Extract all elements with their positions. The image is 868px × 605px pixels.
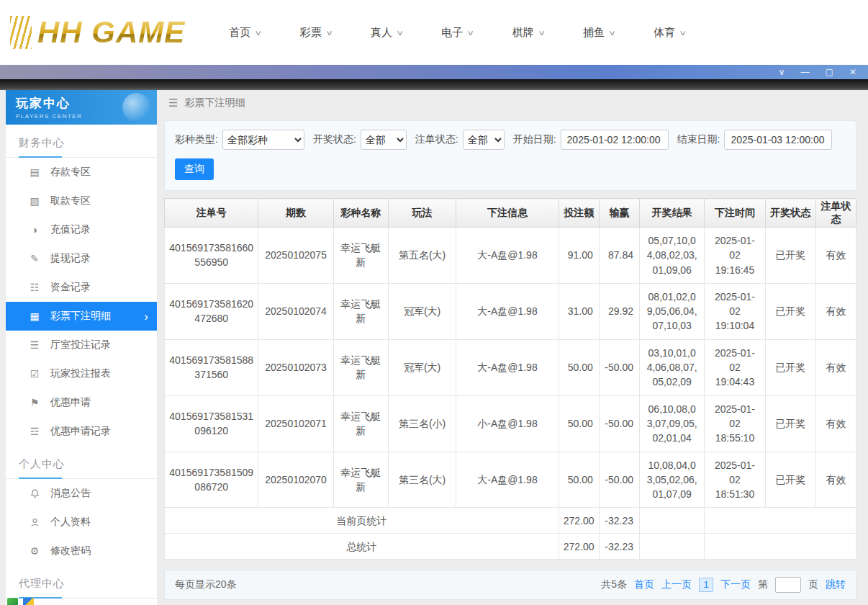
total-count-text: 共5条: [601, 578, 627, 591]
chevron-down-icon: ∨: [325, 29, 333, 37]
window-close-button[interactable]: ✕: [849, 68, 856, 76]
sidebar-item-messages[interactable]: 消息公告: [6, 479, 157, 508]
menu-icon[interactable]: ☰: [168, 97, 178, 109]
sidebar-item-promo-apply[interactable]: ⚑ 优惠申请: [6, 388, 157, 417]
section-personal-center: 个人中心: [6, 446, 157, 479]
chevron-down-icon: ∨: [396, 29, 404, 37]
table-header-row: 注单号 期数 彩种名称 玩法 下注信息 投注额 输赢 开奖结果 下注时间 开奖状…: [165, 199, 856, 228]
withdraw-icon: ▨: [27, 195, 42, 207]
current-page-summary-label: 当前页统计: [165, 508, 559, 534]
main-content: ☰ 彩票下注明细 彩种类型: 全部彩种 开奖状态: 全部 注单状态:: [164, 90, 856, 605]
chevron-down-icon: ∨: [608, 29, 616, 37]
sidebar-item-player-bet-report[interactable]: ☑ 玩家投注报表: [6, 359, 157, 388]
table-row: 401569173581509086720 20250102070 幸运飞艇新 …: [165, 452, 856, 508]
jump-button[interactable]: 跳转: [826, 578, 846, 591]
sidebar-item-promo-apply-records[interactable]: ☲ 优惠申请记录: [6, 417, 157, 446]
end-date-input[interactable]: [724, 130, 832, 150]
draw-status-label: 开奖状态:: [313, 133, 356, 146]
order-status-select[interactable]: 全部: [463, 130, 505, 150]
nav-item-live[interactable]: 真人∨: [351, 18, 422, 47]
total-summary-row: 总统计 272.00 -32.23: [165, 534, 856, 560]
col-amount: 投注额: [559, 199, 599, 228]
recharge-record-icon: ◑: [27, 224, 42, 236]
sidebar-item-change-password[interactable]: ⚙ 修改密码: [6, 537, 157, 565]
withdrawal-record-icon: ✎: [27, 253, 42, 264]
logo-stripes-decoration: [10, 16, 32, 49]
nav-item-lottery[interactable]: 彩票∨: [281, 18, 351, 47]
sidebar-item-withdraw[interactable]: ▨ 取款专区: [6, 187, 157, 215]
col-order-status: 注单状态: [815, 199, 856, 228]
sidebar-item-deposit[interactable]: ▤ 存款专区: [6, 158, 157, 187]
col-bet-info: 下注信息: [456, 199, 559, 228]
search-button[interactable]: 查询: [175, 158, 214, 180]
window-minimize-button[interactable]: —: [801, 68, 810, 76]
sidebar-item-withdrawal-records[interactable]: ✎ 提现记录: [6, 244, 157, 273]
promo-icon: ⚑: [27, 397, 42, 408]
bet-detail-table: 注单号 期数 彩种名称 玩法 下注信息 投注额 输赢 开奖结果 下注时间 开奖状…: [164, 198, 856, 560]
nav-item-fishing[interactable]: 捕鱼∨: [564, 18, 634, 47]
lottery-type-select[interactable]: 全部彩种: [222, 130, 304, 150]
top-header: HH GAME 首页∨ 彩票∨ 真人∨ 电子∨ 棋牌∨ 捕鱼∨ 体育∨: [0, 0, 868, 65]
jump-prefix-label: 第: [758, 578, 768, 591]
fund-record-icon: ☷: [27, 282, 42, 293]
page-jump-input[interactable]: [775, 577, 801, 593]
main-navigation: 首页∨ 彩票∨ 真人∨ 电子∨ 棋牌∨ 捕鱼∨ 体育∨: [209, 18, 705, 47]
table-row: 401569173581588371560 20250102073 幸运飞艇新 …: [165, 339, 856, 395]
col-draw-result: 开奖结果: [640, 199, 705, 228]
col-draw-status: 开奖状态: [765, 199, 815, 228]
next-page-link[interactable]: 下一页: [720, 578, 751, 591]
section-agent-center: 代理中心: [6, 565, 157, 599]
window-maximize-button[interactable]: ▢: [826, 68, 833, 76]
jump-suffix-label: 页: [808, 578, 818, 591]
page-title: 彩票下注明细: [184, 97, 245, 109]
chevron-down-icon: ∨: [466, 29, 474, 37]
col-lottery-name: 彩种名称: [333, 199, 388, 228]
window-menu-button[interactable]: ∨: [779, 68, 785, 76]
user-icon: [27, 517, 42, 528]
nav-item-home[interactable]: 首页∨: [209, 18, 280, 47]
sidebar-item-fund-records[interactable]: ☷ 资金记录: [6, 273, 157, 302]
body-area: 玩家中心 PLAYERS CENTER 财务中心 ▤ 存款专区 ▨ 取款专区 ◑…: [0, 79, 868, 605]
sidebar-item-lottery-bet-details[interactable]: ▦ 彩票下注明细 ›: [6, 302, 157, 331]
nav-item-board-games[interactable]: 棋牌∨: [493, 18, 564, 47]
page-size-text: 每页显示20条: [175, 578, 237, 591]
promo-record-icon: ☲: [27, 426, 42, 437]
col-issue: 期数: [258, 199, 333, 228]
draw-status-select[interactable]: 全部: [361, 130, 407, 150]
bell-icon: [27, 488, 42, 499]
prev-page-link[interactable]: 上一页: [661, 578, 692, 591]
filter-panel: 彩种类型: 全部彩种 开奖状态: 全部 注单状态: 全部 开始日期:: [164, 120, 856, 191]
chevron-down-icon: ∨: [255, 29, 263, 37]
chevron-right-icon: ›: [144, 310, 148, 323]
window-titlebar: ∨ — ▢ ✕: [0, 65, 868, 79]
nav-item-sports[interactable]: 体育∨: [634, 18, 705, 47]
gear-icon: ⚙: [27, 545, 42, 557]
current-page-indicator[interactable]: 1: [699, 578, 713, 592]
chevron-down-icon: ∨: [679, 29, 687, 37]
bet-detail-table-panel: 注单号 期数 彩种名称 玩法 下注信息 投注额 输赢 开奖结果 下注时间 开奖状…: [164, 198, 856, 560]
sidebar-item-recharge-records[interactable]: ◑ 充值记录: [6, 215, 157, 244]
desktop-shortcut-icon[interactable]: [7, 598, 18, 605]
lottery-type-label: 彩种类型:: [175, 133, 218, 146]
pagination-bar: 每页显示20条 共5条 首页 上一页 1 下一页 第 页 跳转: [164, 570, 856, 600]
sidebar-item-hall-bet-records[interactable]: ☰ 厅室投注记录: [6, 331, 157, 359]
sidebar: 玩家中心 PLAYERS CENTER 财务中心 ▤ 存款专区 ▨ 取款专区 ◑…: [6, 90, 157, 605]
top-shadow-strip: [0, 79, 868, 90]
deposit-icon: ▤: [27, 166, 42, 178]
start-date-label: 开始日期:: [513, 133, 556, 146]
table-row: 401569173581620472680 20250102074 幸运飞艇新 …: [165, 283, 856, 339]
col-bet-time: 下注时间: [705, 199, 765, 228]
first-page-link[interactable]: 首页: [634, 578, 654, 591]
hall-record-icon: ☰: [27, 339, 42, 351]
nav-item-slots[interactable]: 电子∨: [422, 18, 492, 47]
bet-detail-icon: ▦: [27, 310, 42, 322]
chevron-down-icon: ∨: [538, 29, 546, 37]
site-logo[interactable]: HH GAME: [10, 15, 185, 50]
ball-decoration-icon: [122, 93, 151, 122]
sidebar-item-profile[interactable]: 个人资料: [6, 508, 157, 537]
desktop-shortcut-icon[interactable]: [23, 598, 34, 605]
order-status-label: 注单状态:: [415, 133, 458, 146]
app-window: HH GAME 首页∨ 彩票∨ 真人∨ 电子∨ 棋牌∨ 捕鱼∨ 体育∨ ∨ — …: [0, 0, 868, 605]
sidebar-header: 玩家中心 PLAYERS CENTER: [6, 90, 157, 125]
start-date-input[interactable]: [561, 130, 669, 150]
